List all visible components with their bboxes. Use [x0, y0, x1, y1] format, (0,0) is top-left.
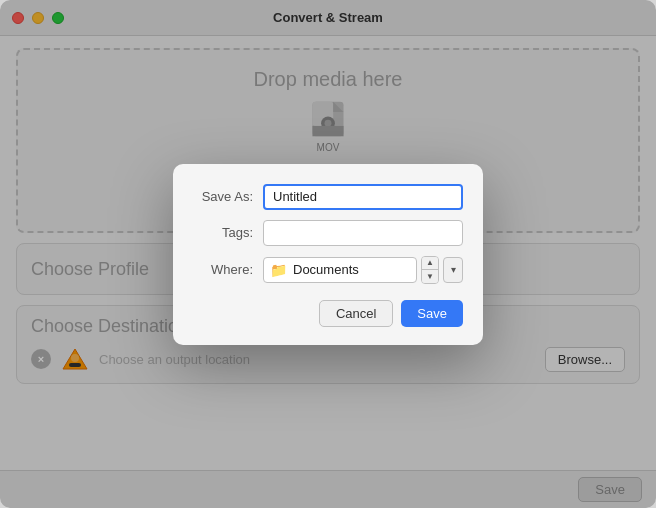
- modal-buttons: Cancel Save: [193, 300, 463, 327]
- stepper-down-button[interactable]: ▼: [422, 270, 438, 283]
- cancel-button[interactable]: Cancel: [319, 300, 393, 327]
- chevron-down-icon: ▾: [451, 264, 456, 275]
- save-button[interactable]: Save: [401, 300, 463, 327]
- expand-button[interactable]: ▾: [443, 257, 463, 283]
- tags-label: Tags:: [193, 225, 263, 240]
- main-window: Convert & Stream Drop media here MOV Cho…: [0, 0, 656, 508]
- save-as-row: Save As:: [193, 184, 463, 210]
- save-as-input[interactable]: [263, 184, 463, 210]
- save-dialog: Save As: Tags: Where: 📁 Documents ▲ ▼: [173, 164, 483, 345]
- where-row: Where: 📁 Documents ▲ ▼ ▾: [193, 256, 463, 284]
- tags-row: Tags:: [193, 220, 463, 246]
- tags-input[interactable]: [263, 220, 463, 246]
- folder-icon: 📁: [270, 262, 287, 278]
- save-as-label: Save As:: [193, 189, 263, 204]
- where-label: Where:: [193, 262, 263, 277]
- modal-overlay: Save As: Tags: Where: 📁 Documents ▲ ▼: [0, 0, 656, 508]
- where-stepper[interactable]: ▲ ▼: [421, 256, 439, 284]
- where-value: Documents: [293, 262, 410, 277]
- where-dropdown[interactable]: 📁 Documents: [263, 257, 417, 283]
- stepper-up-button[interactable]: ▲: [422, 257, 438, 270]
